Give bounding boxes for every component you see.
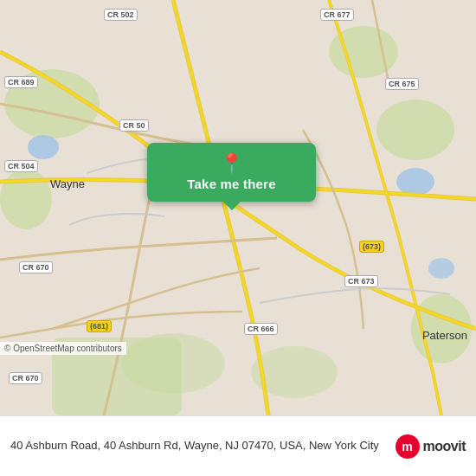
svg-point-2 (0, 169, 52, 229)
cr504-label: CR 504 (4, 160, 38, 172)
681-badge: (681) (87, 320, 112, 332)
cr675-label: CR 675 (385, 78, 419, 90)
take-me-there-button[interactable]: 📍 Take me there (147, 143, 316, 202)
wayne-label: Wayne (50, 177, 85, 190)
location-pin-icon: 📍 (220, 154, 243, 173)
cr673-label: CR 673 (344, 275, 378, 287)
cr50x-label: CR 50 (119, 119, 149, 132)
svg-point-7 (121, 333, 225, 394)
paterson-label: Paterson (422, 329, 467, 342)
bottom-bar: 40 Ashburn Road, 40 Ashburn Rd, Wayne, N… (0, 415, 476, 476)
moovit-logo: m moovit (396, 434, 466, 459)
cr502-label: CR 502 (104, 9, 138, 21)
svg-point-9 (28, 135, 59, 159)
map-container: Wayne CR 502 CR 677 CR 689 CR 504 CR 675… (0, 0, 476, 415)
take-me-there-label: Take me there (187, 177, 275, 191)
moovit-text: moovit (423, 439, 466, 454)
cr670-label: CR 670 (19, 261, 53, 273)
moovit-icon: m (396, 434, 420, 459)
673-badge: (673) (359, 241, 384, 253)
cr670b-label: CR 670 (9, 372, 42, 384)
svg-point-10 (396, 168, 434, 196)
address-text: 40 Ashburn Road, 40 Ashburn Rd, Wayne, N… (10, 438, 387, 453)
svg-point-11 (428, 258, 454, 279)
svg-point-4 (376, 100, 454, 160)
cr677-label: CR 677 (320, 9, 354, 21)
map-attribution: © OpenStreetMap contributors (0, 342, 126, 355)
cr689-label: CR 689 (4, 76, 38, 88)
cr666-label: CR 666 (244, 323, 278, 335)
